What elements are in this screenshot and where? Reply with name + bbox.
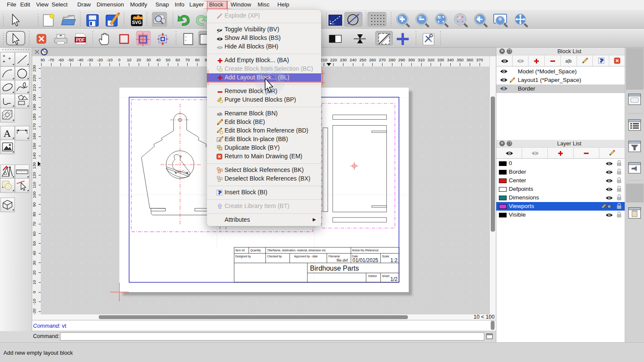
- svg-text:file.dxf: file.dxf: [337, 258, 348, 262]
- svg-text:220: 220: [330, 57, 337, 62]
- svg-text:-20: -20: [97, 57, 103, 62]
- svg-text:70: 70: [185, 57, 190, 62]
- svg-text:50: 50: [32, 241, 36, 246]
- svg-text:Birdhouse Parts: Birdhouse Parts: [310, 265, 359, 272]
- svg-text:20: 20: [137, 57, 141, 62]
- svg-text:170: 170: [32, 124, 36, 130]
- svg-text:340: 340: [447, 57, 454, 62]
- svg-text:+: +: [8, 56, 11, 61]
- svg-text:-20: -20: [32, 308, 36, 314]
- svg-text:-10: -10: [32, 299, 36, 305]
- svg-text:300: 300: [408, 57, 415, 62]
- svg-text:320: 320: [428, 57, 434, 62]
- svg-text:160: 160: [32, 133, 36, 140]
- svg-text:310: 310: [418, 57, 425, 62]
- svg-text:Title/Name, destination, mater: Title/Name, destination, material, dimen…: [267, 249, 326, 252]
- svg-text:180: 180: [32, 114, 36, 121]
- svg-text:260: 260: [369, 57, 376, 62]
- svg-text:+: +: [3, 59, 5, 64]
- svg-text:10: 10: [127, 57, 131, 62]
- svg-text:130: 130: [32, 162, 36, 169]
- svg-text:120: 120: [32, 172, 36, 179]
- svg-text:30: 30: [146, 57, 151, 62]
- svg-text:Checked by: Checked by: [267, 255, 282, 258]
- svg-text:PDF: PDF: [76, 38, 85, 42]
- svg-text:240: 240: [349, 57, 356, 62]
- svg-text:330: 330: [437, 57, 444, 62]
- svg-text:100: 100: [32, 191, 36, 198]
- svg-text:210: 210: [320, 57, 327, 62]
- svg-text:A: A: [3, 128, 11, 139]
- svg-text:80: 80: [40, 57, 45, 62]
- svg-text:Article No./Reference: Article No./Reference: [352, 249, 379, 252]
- svg-text:360: 360: [467, 57, 474, 62]
- svg-text:90: 90: [32, 202, 36, 207]
- svg-text:-70: -70: [48, 57, 54, 62]
- svg-text:-60: -60: [58, 57, 64, 62]
- svg-text:0: 0: [32, 291, 36, 293]
- svg-text:Approved by - date: Approved by - date: [294, 255, 318, 258]
- svg-text:60: 60: [32, 232, 36, 236]
- svg-text:290: 290: [398, 57, 405, 62]
- svg-text:200: 200: [32, 94, 36, 101]
- svg-text:370: 370: [476, 57, 483, 62]
- svg-text:Filename: Filename: [328, 255, 340, 258]
- svg-text:Sheet: Sheet: [382, 275, 389, 278]
- svg-text:Designed by: Designed by: [235, 255, 251, 258]
- svg-text:Item ref: Item ref: [235, 249, 245, 252]
- svg-text:220: 220: [32, 75, 36, 81]
- svg-text:80: 80: [32, 212, 36, 217]
- svg-text:+: +: [3, 53, 5, 58]
- svg-text:01/01/2025: 01/01/2025: [352, 257, 378, 263]
- svg-text:50: 50: [166, 57, 170, 62]
- svg-text:-30: -30: [87, 57, 93, 62]
- svg-text:-40: -40: [77, 57, 83, 62]
- svg-text:270: 270: [379, 57, 386, 62]
- svg-text:250: 250: [359, 57, 366, 62]
- svg-text:Quantity: Quantity: [250, 249, 261, 252]
- svg-text:230: 230: [32, 65, 36, 72]
- svg-text:150: 150: [32, 143, 36, 150]
- svg-text:SVG: SVG: [132, 20, 141, 25]
- svg-text:140: 140: [32, 153, 36, 160]
- svg-text:40: 40: [32, 251, 36, 256]
- svg-text:Edition: Edition: [368, 275, 377, 278]
- svg-text:60: 60: [176, 57, 180, 62]
- svg-text:Scale: Scale: [382, 255, 389, 258]
- svg-text:210: 210: [32, 84, 36, 91]
- svg-text:20: 20: [32, 270, 36, 275]
- svg-text:110: 110: [32, 182, 36, 188]
- svg-text:-10: -10: [106, 57, 112, 62]
- svg-text:30: 30: [32, 261, 36, 265]
- svg-text:10: 10: [32, 280, 36, 285]
- svg-text:80: 80: [195, 57, 200, 62]
- svg-text:350: 350: [457, 57, 464, 62]
- svg-text:1:2: 1:2: [390, 257, 398, 263]
- svg-text:280: 280: [389, 57, 395, 62]
- svg-text:1/2: 1/2: [390, 276, 398, 282]
- svg-text:190: 190: [32, 104, 36, 111]
- svg-text:-50: -50: [68, 57, 74, 62]
- svg-text:230: 230: [340, 57, 347, 62]
- svg-text:40: 40: [156, 57, 161, 62]
- svg-text:70: 70: [32, 222, 36, 226]
- svg-text:0: 0: [118, 57, 120, 62]
